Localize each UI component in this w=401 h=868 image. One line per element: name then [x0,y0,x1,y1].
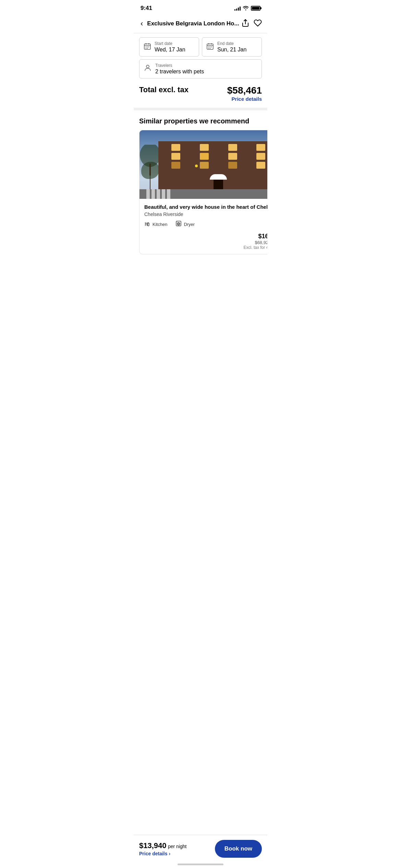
amenity-kitchen-label: Kitchen [153,222,167,227]
travelers-value: 2 travelers with pets [155,69,204,75]
svg-rect-8 [146,48,146,49]
card-price-total: $68,923 total [144,240,267,245]
end-date-value: Sun, 21 Jan [217,47,246,53]
total-amount: $58,461 [227,85,262,96]
signal-icon [234,6,241,11]
page-title: Exclusive Belgravia London Ho... [147,20,241,27]
property-cards-scroll[interactable]: Beautiful, and very wide house in the he… [134,130,267,255]
card-price: $16,486 [144,233,267,240]
back-button[interactable]: ‹ [139,18,144,29]
svg-rect-6 [147,47,148,47]
svg-rect-5 [146,47,146,47]
header-actions [241,19,262,29]
share-button[interactable] [241,19,250,29]
travelers-selector[interactable]: Travelers 2 travelers with pets [139,59,262,79]
card-price-note: Excl. tax for 4 nights [144,245,267,250]
svg-rect-7 [148,47,149,47]
total-label: Total excl. tax [139,85,189,94]
header: ‹ Exclusive Belgravia London Ho... [134,14,267,33]
tree-decoration [150,169,150,189]
svg-rect-21 [149,164,151,176]
kitchen-icon [144,220,150,228]
card-body: Beautiful, and very wide house in the he… [139,199,267,254]
svg-point-28 [178,223,179,225]
start-date-label: Start date [155,41,185,46]
wifi-icon [243,5,249,11]
travelers-label: Travelers [155,63,204,68]
dryer-icon [175,220,182,228]
similar-properties-title: Similar properties we recommend [134,117,267,130]
svg-rect-14 [208,47,209,47]
svg-rect-18 [210,48,210,49]
price-details-link[interactable]: Price details [232,96,262,102]
calendar-icon [144,43,151,52]
status-icons [234,5,260,11]
person-icon [144,64,152,74]
total-section: Total excl. tax $58,461 Price details [134,79,267,108]
card-amenities: Kitchen Dryer [144,220,267,228]
svg-point-27 [177,222,180,225]
status-bar: 9:41 [134,0,267,14]
svg-rect-17 [208,48,209,49]
start-date-selector[interactable]: Start date Wed, 17 Jan [139,37,199,57]
date-row: Start date Wed, 17 Jan [134,33,267,57]
property-image [139,130,267,199]
end-date-label: End date [217,41,246,46]
property-card[interactable]: Beautiful, and very wide house in the he… [139,130,267,255]
svg-rect-15 [210,47,210,47]
favorite-button[interactable] [254,19,262,29]
svg-point-29 [177,222,178,222]
bottom-spacer [134,254,267,296]
battery-icon [251,6,260,11]
end-date-selector[interactable]: End date Sun, 21 Jan [202,37,262,57]
start-date-value: Wed, 17 Jan [155,47,185,53]
similar-properties-section: Similar properties we recommend [134,108,267,255]
svg-rect-16 [211,47,212,47]
svg-point-19 [146,65,149,68]
svg-rect-9 [147,48,148,49]
card-price-row: $16,486 $68,923 total Excl. tax for 4 ni… [144,233,267,250]
amenity-kitchen: Kitchen [144,220,167,228]
amenity-dryer-label: Dryer [184,222,195,227]
card-location: Chelsea Riverside [144,212,267,217]
amenity-dryer: Dryer [175,220,195,228]
calendar-icon-end [206,43,214,52]
card-description: Beautiful, and very wide house in the he… [144,204,267,210]
status-time: 9:41 [141,5,152,12]
